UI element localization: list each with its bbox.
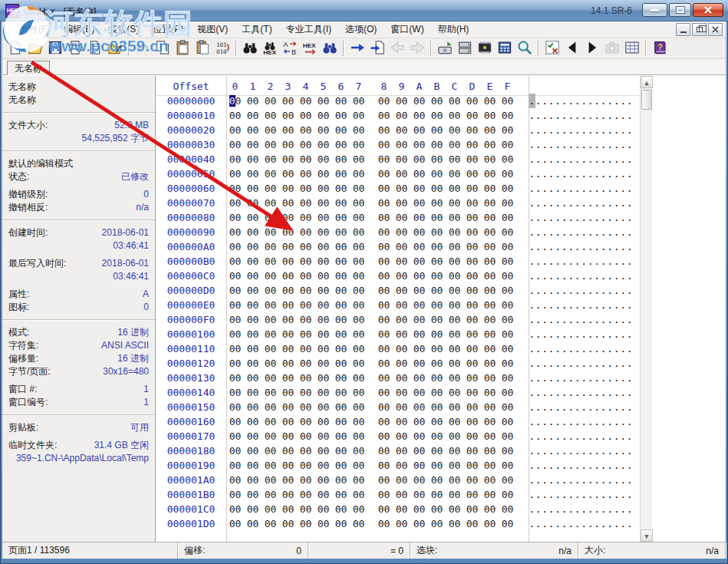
close-button[interactable] <box>693 3 723 17</box>
hex-byte-cell[interactable]: 00 <box>297 137 315 152</box>
hex-byte-cell[interactable]: 00 <box>393 123 410 137</box>
edit-file-button[interactable] <box>105 39 125 58</box>
find-text-button[interactable] <box>240 39 260 58</box>
hex-byte-cell[interactable]: 00 <box>446 94 463 108</box>
hex-byte-cell[interactable]: 00 <box>410 473 428 487</box>
hex-byte-cell[interactable]: 00 <box>446 239 463 254</box>
ascii-cell-group[interactable]: ................ <box>529 94 633 108</box>
hex-byte-cell[interactable]: 00 <box>499 341 516 356</box>
hex-byte-cell[interactable]: 00 <box>332 210 350 225</box>
hex-byte-cell[interactable]: 00 <box>410 269 428 283</box>
hex-byte-cell[interactable]: 00 <box>428 196 446 210</box>
hex-byte-cell[interactable]: 00 <box>226 516 244 531</box>
data-interpreter-button[interactable] <box>622 39 642 58</box>
ascii-cell-group[interactable]: ................ <box>529 341 633 356</box>
hex-byte-cell[interactable]: 00 <box>297 341 315 356</box>
hex-byte-cell[interactable]: 00 <box>393 196 410 210</box>
hex-byte-cell[interactable]: 00 <box>410 137 428 152</box>
hex-byte-cell[interactable]: 00 <box>244 210 262 225</box>
hex-byte-cell[interactable]: 00 <box>262 312 279 327</box>
hex-byte-cell[interactable]: 00 <box>244 108 262 123</box>
hex-byte-cell[interactable]: 00 <box>499 429 516 444</box>
hex-byte-cell[interactable]: 00 <box>463 269 481 283</box>
hex-byte-cell[interactable]: 00 <box>226 312 244 327</box>
hex-byte-cell[interactable]: 00 <box>226 152 244 167</box>
ascii-cell-group[interactable]: ................ <box>529 487 633 502</box>
hex-byte-cell[interactable]: 00 <box>428 283 446 298</box>
menu-item-0[interactable]: 文件(F) <box>13 21 57 37</box>
hex-byte-cell[interactable]: 00 <box>463 108 481 123</box>
hex-byte-cell[interactable]: 00 <box>279 312 297 327</box>
goto-page-button[interactable] <box>367 39 387 58</box>
hex-byte-cell[interactable]: 00 <box>279 123 297 137</box>
hex-byte-cell[interactable]: 00 <box>332 239 350 254</box>
hex-byte-cell[interactable]: 00 <box>375 283 393 298</box>
hex-byte-cell[interactable]: 00 <box>446 400 463 414</box>
hex-byte-cell[interactable]: 00 <box>297 473 315 487</box>
hex-byte-cell[interactable]: 00 <box>446 371 463 385</box>
hex-byte-cell[interactable]: 00 <box>393 108 410 123</box>
hex-byte-cell[interactable]: 00 <box>499 167 516 181</box>
hex-byte-cell[interactable]: 00 <box>297 181 315 196</box>
hex-byte-cell[interactable]: 00 <box>279 298 297 312</box>
hex-byte-cell[interactable]: 00 <box>279 502 297 516</box>
hex-byte-cell[interactable]: 00 <box>446 108 463 123</box>
hex-byte-cell[interactable]: 00 <box>375 167 393 181</box>
hex-byte-cell[interactable]: 00 <box>244 327 262 341</box>
hex-byte-cell[interactable]: 00 <box>332 414 350 429</box>
hex-byte-cell[interactable]: 00 <box>279 385 297 400</box>
hex-byte-cell[interactable]: 00 <box>244 196 262 210</box>
hex-byte-cell[interactable]: 00 <box>375 254 393 269</box>
hex-byte-cell[interactable]: 00 <box>463 385 481 400</box>
hex-byte-cell[interactable]: 00 <box>393 210 410 225</box>
hex-byte-cell[interactable]: 00 <box>481 239 499 254</box>
hex-byte-cell[interactable]: 00 <box>393 341 410 356</box>
hex-byte-cell[interactable]: 00 <box>332 312 350 327</box>
hex-byte-cell[interactable]: 00 <box>463 298 481 312</box>
hex-byte-cell[interactable]: 00 <box>410 385 428 400</box>
hex-byte-cell[interactable]: 00 <box>463 254 481 269</box>
hex-byte-cell[interactable]: 00 <box>297 152 315 167</box>
hex-byte-cell[interactable]: 00 <box>446 283 463 298</box>
hex-byte-cell[interactable]: 00 <box>463 444 481 458</box>
hex-byte-cell[interactable]: 00 <box>297 123 315 137</box>
hex-byte-cell[interactable]: 00 <box>332 108 350 123</box>
analyze-button[interactable] <box>515 39 535 58</box>
hex-byte-cell[interactable]: 00 <box>350 458 367 473</box>
open-ram-button[interactable] <box>475 39 495 58</box>
hex-byte-cell[interactable]: 00 <box>499 283 516 298</box>
hex-byte-cell[interactable]: 00 <box>315 400 332 414</box>
hex-byte-cell[interactable]: 00 <box>297 312 315 327</box>
hex-byte-cell[interactable]: 00 <box>499 371 516 385</box>
hex-byte-cell[interactable]: 00 <box>375 108 393 123</box>
hex-byte-cell[interactable]: 00 <box>350 371 367 385</box>
hex-byte-cell[interactable]: 00 <box>244 487 262 502</box>
hex-byte-cell[interactable]: 00 <box>262 137 279 152</box>
hex-byte-cell[interactable]: 00 <box>499 356 516 371</box>
hex-byte-cell[interactable]: 00 <box>262 108 279 123</box>
hex-byte-cell[interactable]: 00 <box>393 312 410 327</box>
hex-byte-cell[interactable]: 00 <box>244 167 262 181</box>
hex-byte-cell[interactable]: 00 <box>226 108 244 123</box>
hex-byte-cell[interactable]: 00 <box>297 327 315 341</box>
hex-byte-cell[interactable]: 00 <box>315 123 332 137</box>
hex-byte-cell[interactable]: 00 <box>226 487 244 502</box>
hex-byte-cell[interactable]: 00 <box>297 239 315 254</box>
hex-byte-cell[interactable]: 00 <box>481 152 499 167</box>
hex-byte-cell[interactable]: 00 <box>393 137 410 152</box>
hex-byte-cell[interactable]: 00 <box>410 94 428 108</box>
hex-byte-cell[interactable]: 00 <box>410 371 428 385</box>
find-next-button[interactable] <box>320 39 340 58</box>
paste-button[interactable] <box>173 39 193 58</box>
hex-byte-cell[interactable]: 00 <box>350 414 367 429</box>
hex-byte-cell[interactable]: 00 <box>410 341 428 356</box>
hex-byte-cell[interactable]: 00 <box>410 327 428 341</box>
hex-byte-cell[interactable]: 00 <box>350 181 367 196</box>
hex-byte-cell[interactable]: 00 <box>499 123 516 137</box>
hex-byte-cell[interactable]: 00 <box>481 356 499 371</box>
hex-byte-cell[interactable]: 00 <box>315 371 332 385</box>
hex-byte-cell[interactable]: 00 <box>481 196 499 210</box>
hex-byte-cell[interactable]: 00 <box>226 196 244 210</box>
minimize-button[interactable] <box>642 3 667 17</box>
copy-button[interactable] <box>153 39 173 58</box>
